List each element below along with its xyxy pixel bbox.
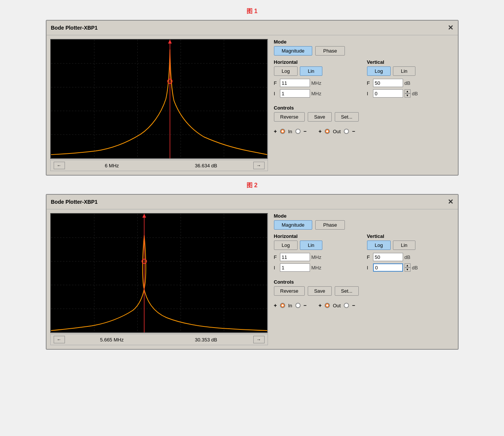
io-row-2: + In − + Out − (274, 302, 454, 308)
horizontal-label-2: Horizontal (274, 233, 361, 239)
status-freq-1: 6 MHz (65, 163, 159, 168)
minus-icon-out-2: − (352, 302, 355, 308)
set-btn-1[interactable]: Set... (335, 112, 359, 122)
magnitude-btn-1[interactable]: Magnitude (274, 46, 313, 56)
v-lin-btn-2[interactable]: Lin (393, 241, 415, 250)
controls-panel-2: Mode Magnitude Phase Horizontal Log Lin … (274, 213, 454, 345)
phase-btn-2[interactable]: Phase (315, 220, 345, 230)
v-i-unit-2: dB (412, 265, 418, 271)
h-lin-btn-2[interactable]: Lin (300, 241, 322, 250)
h-f-unit-1: MHz (311, 80, 322, 86)
title-bar-2: Bode Plotter-XBP1 ✕ (47, 195, 458, 209)
plus-icon-in-1: + (274, 128, 277, 134)
save-btn-1[interactable]: Save (308, 112, 332, 122)
controls-label-1: Controls (274, 105, 454, 111)
title-bar-1: Bode Plotter-XBP1 ✕ (47, 21, 458, 35)
left-arrow-1[interactable]: ← (54, 162, 65, 169)
radio-in-inactive-1[interactable] (295, 129, 301, 134)
radio-out-inactive-1[interactable] (344, 129, 349, 134)
h-i-unit-1: MHz (311, 91, 322, 96)
set-btn-2[interactable]: Set... (335, 286, 359, 296)
save-btn-2[interactable]: Save (308, 286, 332, 296)
v-log-btn-2[interactable]: Log (367, 241, 391, 250)
vertical-label-2: Vertical (367, 233, 454, 239)
radio-in-active-1[interactable] (280, 129, 285, 134)
io-row-1: + In − + Out − (274, 128, 454, 134)
controls-label-2: Controls (274, 279, 454, 285)
page-title-1: 图 1 (8, 8, 496, 15)
h-f-input-1[interactable] (280, 79, 310, 87)
svg-marker-20 (142, 214, 146, 218)
v-i-unit-1: dB (412, 91, 418, 96)
minus-icon-in-2: − (304, 302, 307, 308)
radio-out-inactive-2[interactable] (344, 303, 349, 308)
close-button-2[interactable]: ✕ (448, 198, 453, 206)
v-i-label-1: I (367, 91, 372, 96)
v-f-input-2[interactable] (373, 253, 403, 261)
h-lin-btn-1[interactable]: Lin (300, 66, 322, 76)
plus-icon-out-1: + (319, 128, 322, 134)
v-i-input-1[interactable] (373, 89, 403, 98)
reverse-btn-2[interactable]: Reverse (274, 286, 305, 296)
minus-icon-out-1: − (352, 128, 355, 134)
phase-btn-1[interactable]: Phase (315, 46, 345, 56)
status-freq-2: 5.665 MHz (65, 337, 159, 343)
v-log-btn-1[interactable]: Log (367, 66, 391, 76)
v-i-up-1[interactable]: ▲ (405, 89, 411, 93)
plot-area-1: ← 6 MHz 36.634 dB → (50, 39, 268, 171)
vertical-section-1: Vertical Log Lin F dB I ▲ (367, 59, 454, 100)
mode-section-1: Mode Magnitude Phase (274, 39, 454, 56)
vertical-label-1: Vertical (367, 59, 454, 65)
plot-statusbar-1: ← 6 MHz 36.634 dB → (50, 160, 268, 171)
h-log-btn-2[interactable]: Log (274, 241, 298, 250)
vertical-section-2: Vertical Log Lin F dB I ▲ (367, 233, 454, 274)
v-i-input-2[interactable] (373, 263, 403, 272)
bode-window-2: Bode Plotter-XBP1 ✕ (46, 194, 459, 350)
minus-icon-in-1: − (304, 128, 307, 134)
h-log-btn-1[interactable]: Log (274, 66, 298, 76)
v-f-unit-2: dB (405, 254, 411, 260)
v-i-up-2[interactable]: ▲ (405, 263, 411, 268)
v-lin-btn-1[interactable]: Lin (393, 66, 415, 76)
right-arrow-1[interactable]: → (253, 162, 265, 169)
controls-section-2: Controls Reverse Save Set... (274, 279, 454, 296)
v-f-unit-1: dB (405, 80, 411, 86)
window-title-2: Bode Plotter-XBP1 (51, 199, 98, 205)
v-i-down-1[interactable]: ▼ (405, 93, 411, 98)
radio-out-active-1[interactable] (325, 129, 330, 134)
horizontal-section-2: Horizontal Log Lin F MHz I MHz (274, 233, 361, 274)
svg-marker-9 (168, 40, 172, 44)
h-i-input-2[interactable] (280, 263, 310, 272)
status-db-2: 30.353 dB (159, 337, 253, 343)
plus-icon-in-2: + (274, 302, 277, 308)
plot-canvas-2 (50, 213, 268, 333)
controls-section-1: Controls Reverse Save Set... (274, 105, 454, 122)
v-f-label-1: F (367, 80, 372, 86)
h-i-label-1: I (274, 91, 278, 96)
v-f-label-2: F (367, 254, 372, 260)
v-i-down-2[interactable]: ▼ (405, 268, 411, 272)
window-title-1: Bode Plotter-XBP1 (51, 25, 98, 31)
right-arrow-2[interactable]: → (253, 336, 265, 343)
reverse-btn-1[interactable]: Reverse (274, 112, 305, 122)
h-f-input-2[interactable] (280, 253, 310, 261)
h-i-input-1[interactable] (280, 89, 310, 98)
mode-label-1: Mode (274, 39, 454, 45)
v-i-label-2: I (367, 265, 372, 271)
v-f-input-1[interactable] (373, 79, 403, 87)
h-f-label-1: F (274, 80, 278, 86)
left-arrow-2[interactable]: ← (54, 336, 65, 343)
radio-in-active-2[interactable] (280, 303, 285, 308)
plot-area-2: ← 5.665 MHz 30.353 dB → (50, 213, 268, 345)
out-label-2: Out (333, 303, 341, 308)
horizontal-section-1: Horizontal Log Lin F MHz I MHz (274, 59, 361, 100)
close-button-1[interactable]: ✕ (448, 24, 453, 32)
plus-icon-out-2: + (319, 302, 322, 308)
plot-statusbar-2: ← 5.665 MHz 30.353 dB → (50, 334, 268, 345)
page-title-2: 图 2 (8, 182, 496, 189)
radio-in-inactive-2[interactable] (295, 303, 301, 308)
magnitude-btn-2[interactable]: Magnitude (274, 220, 313, 230)
radio-out-active-2[interactable] (325, 303, 330, 308)
h-i-unit-2: MHz (311, 265, 322, 271)
in-label-2: In (288, 303, 292, 308)
